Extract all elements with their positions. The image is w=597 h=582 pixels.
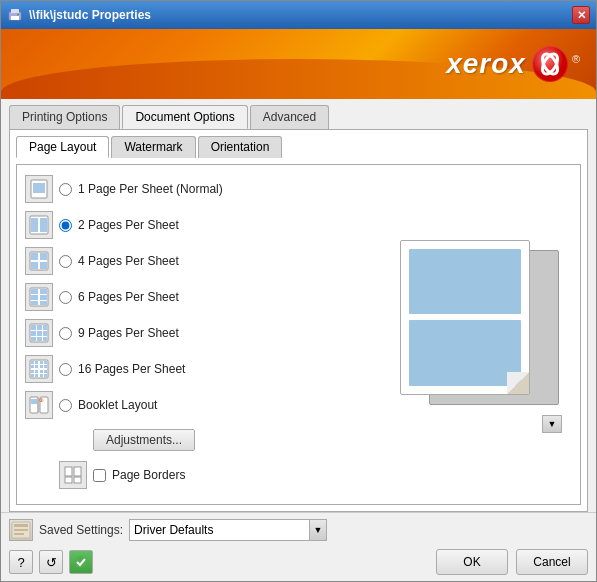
radio-1pp[interactable] bbox=[59, 183, 72, 196]
saved-settings-select[interactable]: Driver Defaults bbox=[129, 519, 309, 541]
label-booklet[interactable]: Booklet Layout bbox=[78, 398, 157, 412]
svg-rect-20 bbox=[31, 295, 38, 300]
svg-rect-50 bbox=[44, 374, 47, 377]
reset-button[interactable]: ↺ bbox=[39, 550, 63, 574]
label-2pp[interactable]: 2 Pages Per Sheet bbox=[78, 218, 179, 232]
label-4pp[interactable]: 4 Pages Per Sheet bbox=[78, 254, 179, 268]
icon-page-borders bbox=[59, 461, 87, 489]
radio-16pp[interactable] bbox=[59, 363, 72, 376]
action-right: OK Cancel bbox=[436, 549, 588, 575]
svg-rect-15 bbox=[31, 262, 38, 269]
svg-rect-44 bbox=[35, 370, 38, 373]
svg-rect-53 bbox=[31, 399, 37, 404]
radio-2pp[interactable] bbox=[59, 219, 72, 232]
radio-booklet[interactable] bbox=[59, 399, 72, 412]
main-tabs: Printing Options Document Options Advanc… bbox=[1, 99, 596, 129]
radio-6pp[interactable] bbox=[59, 291, 72, 304]
svg-rect-37 bbox=[40, 361, 43, 364]
svg-rect-25 bbox=[31, 325, 36, 330]
option-row-booklet: ① Booklet Layout bbox=[25, 389, 377, 421]
svg-rect-57 bbox=[74, 467, 81, 476]
xerox-circle-logo bbox=[532, 46, 568, 82]
svg-rect-63 bbox=[14, 533, 24, 535]
svg-rect-62 bbox=[14, 529, 28, 531]
action-row: ? ↺ OK Cancel bbox=[9, 549, 588, 575]
settings-select-dropdown-button[interactable]: ▼ bbox=[309, 519, 327, 541]
page-borders-row: Page Borders bbox=[59, 461, 377, 489]
preview-bottom-section bbox=[409, 320, 521, 386]
registered-mark: ® bbox=[572, 53, 580, 65]
svg-rect-29 bbox=[37, 331, 42, 336]
saved-settings-label: Saved Settings: bbox=[39, 523, 123, 537]
svg-rect-27 bbox=[43, 325, 47, 330]
svg-rect-13 bbox=[31, 253, 38, 260]
label-9pp[interactable]: 9 Pages Per Sheet bbox=[78, 326, 179, 340]
ok-button[interactable]: OK bbox=[436, 549, 508, 575]
svg-rect-43 bbox=[31, 370, 34, 373]
svg-rect-33 bbox=[43, 337, 47, 341]
green-button[interactable] bbox=[69, 550, 93, 574]
cancel-button[interactable]: Cancel bbox=[516, 549, 588, 575]
icon-booklet: ① bbox=[25, 391, 53, 419]
help-button[interactable]: ? bbox=[9, 550, 33, 574]
close-button[interactable]: ✕ bbox=[572, 6, 590, 24]
label-1pp[interactable]: 1 Page Per Sheet (Normal) bbox=[78, 182, 223, 196]
tab-advanced[interactable]: Advanced bbox=[250, 105, 329, 129]
svg-rect-39 bbox=[31, 365, 34, 368]
option-row-16pp: 16 Pages Per Sheet bbox=[25, 353, 377, 385]
svg-rect-41 bbox=[40, 365, 43, 368]
tab-document-options[interactable]: Document Options bbox=[122, 105, 247, 129]
subtab-orientation[interactable]: Orientation bbox=[198, 136, 283, 158]
svg-rect-1 bbox=[11, 9, 19, 13]
subtab-content: 1 Page Per Sheet (Normal) 2 Pages Per Sh… bbox=[16, 164, 581, 505]
icon-2pp bbox=[25, 211, 53, 239]
icon-1pp bbox=[25, 175, 53, 203]
adjustments-row: Adjustments... bbox=[59, 427, 377, 451]
icon-16pp bbox=[25, 355, 53, 383]
content-area: Page Layout Watermark Orientation 1 Page bbox=[9, 129, 588, 512]
subtab-page-layout[interactable]: Page Layout bbox=[16, 136, 109, 158]
svg-rect-56 bbox=[65, 467, 72, 476]
svg-rect-58 bbox=[65, 477, 72, 483]
svg-rect-48 bbox=[35, 374, 38, 377]
svg-rect-19 bbox=[40, 289, 47, 294]
saved-settings-row: Saved Settings: Driver Defaults ▼ bbox=[9, 519, 588, 541]
svg-rect-11 bbox=[40, 218, 47, 232]
option-row-4pp: 4 Pages Per Sheet bbox=[25, 245, 377, 277]
xerox-logo: xerox ® bbox=[446, 46, 580, 82]
header-banner: xerox ® bbox=[1, 29, 596, 99]
title-bar: \\fik\jstudc Properties ✕ bbox=[1, 1, 596, 29]
option-row-9pp: 9 Pages Per Sheet bbox=[25, 317, 377, 349]
radio-4pp[interactable] bbox=[59, 255, 72, 268]
radio-9pp[interactable] bbox=[59, 327, 72, 340]
label-16pp[interactable]: 16 Pages Per Sheet bbox=[78, 362, 185, 376]
preview-area: ▼ bbox=[395, 235, 564, 435]
action-left: ? ↺ bbox=[9, 550, 93, 574]
main-window: \\fik\jstudc Properties ✕ xerox bbox=[0, 0, 597, 582]
svg-rect-42 bbox=[44, 365, 47, 368]
preview-front-page bbox=[400, 240, 530, 395]
adjustments-button[interactable]: Adjustments... bbox=[93, 429, 195, 451]
svg-rect-38 bbox=[44, 361, 47, 364]
tab-printing-options[interactable]: Printing Options bbox=[9, 105, 120, 129]
svg-rect-45 bbox=[40, 370, 43, 373]
preview-dropdown-button[interactable]: ▼ bbox=[542, 415, 562, 433]
label-6pp[interactable]: 6 Pages Per Sheet bbox=[78, 290, 179, 304]
options-panel: 1 Page Per Sheet (Normal) 2 Pages Per Sh… bbox=[25, 173, 377, 496]
svg-rect-22 bbox=[31, 301, 38, 305]
icon-9pp bbox=[25, 319, 53, 347]
label-page-borders[interactable]: Page Borders bbox=[112, 468, 185, 482]
option-row-2pp: 2 Pages Per Sheet bbox=[25, 209, 377, 241]
svg-rect-59 bbox=[74, 477, 81, 483]
svg-rect-30 bbox=[43, 331, 47, 336]
svg-rect-23 bbox=[40, 301, 47, 305]
subtab-watermark[interactable]: Watermark bbox=[111, 136, 195, 158]
svg-rect-28 bbox=[31, 331, 36, 336]
bottom-bar: Saved Settings: Driver Defaults ▼ ? ↺ bbox=[1, 512, 596, 581]
checkbox-page-borders[interactable] bbox=[93, 469, 106, 482]
svg-point-4 bbox=[533, 47, 567, 81]
option-row-1pp: 1 Page Per Sheet (Normal) bbox=[25, 173, 377, 205]
svg-rect-16 bbox=[40, 262, 47, 269]
svg-point-3 bbox=[17, 14, 19, 16]
icon-6pp bbox=[25, 283, 53, 311]
